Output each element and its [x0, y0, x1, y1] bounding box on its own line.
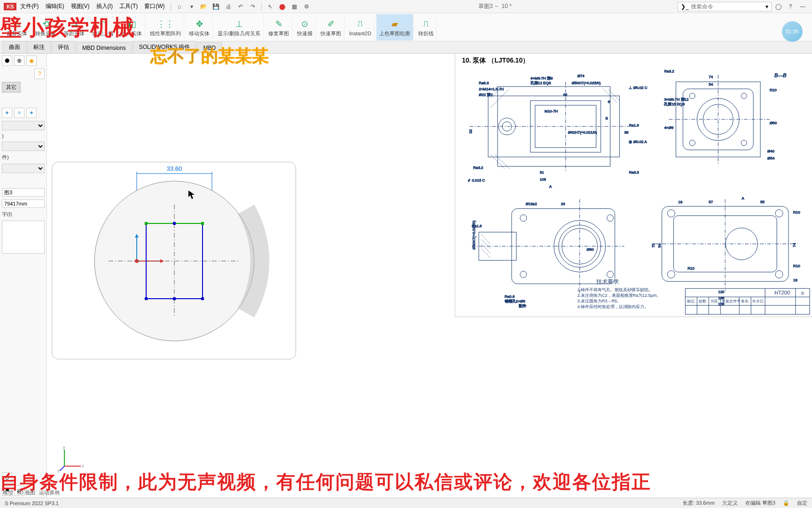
pm-dimension-value[interactable]	[2, 199, 45, 208]
pm-appearance-icon[interactable]: ◉	[26, 56, 37, 66]
dimension-text[interactable]: 33.60	[167, 165, 182, 172]
new-icon[interactable]: ▾	[186, 1, 197, 12]
svg-rect-20	[173, 297, 176, 300]
menu-file[interactable]: 文件(F)	[17, 1, 41, 11]
svg-text:A: A	[742, 196, 744, 200]
svg-text:54: 54	[657, 243, 662, 247]
svg-text:分区: 分区	[710, 299, 718, 303]
rebuild-icon[interactable]: ⬤	[277, 1, 288, 12]
svg-text:Ø60: Ø60	[770, 121, 777, 125]
pm-feature-icon[interactable]: ⬢	[2, 56, 12, 66]
tab-annotate[interactable]: 标注	[27, 41, 51, 53]
svg-text:HT200: HT200	[774, 290, 790, 295]
document-name: 草图3 ← 10 *	[478, 2, 512, 10]
pm-select-1[interactable]	[2, 121, 45, 130]
svg-text:更改文件号: 更改文件号	[722, 299, 741, 303]
pm-select-2[interactable]	[2, 142, 45, 151]
menu-view[interactable]: 视图(V)	[68, 1, 93, 11]
print-icon[interactable]: 🖨	[223, 1, 234, 12]
tab-mbd[interactable]: MBD Dimensions	[76, 42, 132, 53]
svg-text:Ø50H7(+0.025/0): Ø50H7(+0.025/0)	[572, 81, 601, 85]
status-mmgs-icon[interactable]: 🔒	[783, 500, 789, 506]
status-bar: S Premium 2022 SP3.1 长度: 33.6mm 欠定义 在编辑 …	[0, 498, 812, 508]
svg-rect-18	[201, 297, 204, 300]
gear-icon[interactable]: ⚙	[301, 1, 312, 12]
snap-icon: ⊙	[299, 18, 311, 30]
pm-text-area[interactable]	[2, 221, 45, 254]
status-editing: 在编辑 草图3	[745, 500, 775, 507]
property-manager: ⬢ ⊕ ◉ ? 其它 ✦ ✧ ✦ ) 件) 字(I) ⊙ ⚑ ⇄	[0, 54, 47, 498]
menu-bar: KS 文件(F) 编辑(E) 视图(V) 插入(I) 工具(T) 窗口(W) ⌂…	[0, 0, 812, 13]
redo-icon[interactable]: ↷	[247, 1, 258, 12]
svg-text:74: 74	[709, 75, 713, 79]
menu-window[interactable]: 窗口(W)	[141, 1, 167, 11]
search-input[interactable]	[691, 3, 764, 10]
pm-target-icon[interactable]: ⊕	[14, 56, 24, 66]
svg-text:⫽ 0.015 C: ⫽ 0.015 C	[467, 178, 485, 183]
ribbon-move[interactable]: ✥移动实体	[186, 14, 213, 40]
svg-point-111	[667, 210, 675, 217]
user-icon[interactable]: ◯	[773, 1, 784, 12]
svg-text:Ra6.3: Ra6.3	[479, 81, 489, 85]
ribbon-fold[interactable]: ⎍转折线	[415, 14, 437, 40]
pm-star1-icon[interactable]: ✦	[2, 108, 12, 118]
ribbon-showrel[interactable]: ⊥显示/删除几何关系	[215, 14, 264, 40]
menu-insert[interactable]: 插入(I)	[94, 1, 116, 11]
svg-text:B: B	[606, 116, 608, 120]
tab-evaluate[interactable]: 评估	[52, 41, 75, 53]
svg-text:年月日: 年月日	[752, 299, 764, 303]
minimize-icon[interactable]: —	[797, 1, 808, 12]
svg-text:孔深12 EQS: 孔深12 EQS	[531, 81, 551, 85]
menu-tool[interactable]: 工具(T)	[117, 1, 141, 11]
svg-line-96	[481, 234, 491, 244]
overlay-subtitle: 忘不了的某某某	[150, 45, 269, 68]
menu-edit[interactable]: 编辑(E)	[43, 1, 67, 11]
status-custom[interactable]: 自定	[797, 500, 807, 507]
options-icon[interactable]: ▦	[289, 1, 300, 12]
svg-point-75	[689, 140, 695, 146]
svg-text:Ø40: Ø40	[767, 149, 775, 153]
model-viewport[interactable]: 33.60	[52, 162, 296, 359]
svg-rect-19	[173, 222, 176, 225]
svg-text:y: y	[63, 445, 65, 450]
pm-help-icon[interactable]: ?	[34, 69, 45, 79]
pm-select-3[interactable]	[2, 164, 45, 173]
home-icon[interactable]: ⌂	[174, 1, 185, 12]
svg-text:x: x	[82, 464, 84, 468]
svg-text:Ra6.3: Ra6.3	[629, 170, 639, 175]
ribbon-quicksk[interactable]: ✐快速草图	[318, 14, 344, 40]
search-dropdown-icon[interactable]: ▾	[765, 3, 768, 10]
pm-star2-icon[interactable]: ✧	[14, 108, 24, 118]
ribbon-quick[interactable]: ⊙快速捕	[294, 14, 316, 40]
ribbon-instant2d[interactable]: ⎍Instant2D	[346, 14, 375, 40]
command-search[interactable]: ❯_ ▾	[678, 2, 772, 11]
pm-star3-icon[interactable]: ✦	[26, 108, 37, 118]
instant2d-icon: ⎍	[355, 18, 366, 30]
help-icon[interactable]: ?	[785, 1, 796, 12]
svg-text:销槽孔2×Ø6: 销槽孔2×Ø6	[504, 299, 525, 303]
pm-other-tab[interactable]: 其它	[2, 82, 21, 93]
overlay-watermark-top: 壁小孩学机械	[0, 13, 135, 42]
tab-surface[interactable]: 曲面	[3, 41, 26, 53]
ribbon-repair[interactable]: ✎修复草图	[265, 14, 292, 40]
svg-text:配件: 配件	[519, 304, 526, 308]
quicksketch-icon: ✐	[325, 18, 336, 30]
ribbon-shade[interactable]: ▰上色草图轮廓	[376, 14, 414, 40]
svg-text:91: 91	[540, 170, 544, 175]
undo-icon[interactable]: ↶	[235, 1, 246, 12]
relation-icon: ⊥	[234, 18, 245, 30]
ribbon-pattern[interactable]: ⋮⋮线性草图阵列	[147, 14, 184, 40]
graphics-area[interactable]: 33.60	[47, 54, 812, 498]
svg-text:3×M6-7H 深12: 3×M6-7H 深12	[664, 97, 689, 102]
status-length: 长度: 33.6mm	[683, 500, 715, 507]
pm-sketch-name[interactable]	[2, 188, 45, 197]
status-defined: 欠定义	[722, 500, 738, 507]
pm-paren: )	[2, 133, 45, 139]
select-icon[interactable]: ↖	[265, 1, 276, 12]
save-icon[interactable]: 💾	[211, 1, 222, 12]
status-version: S Premium 2022 SP3.1	[5, 500, 59, 506]
svg-line-36	[491, 89, 509, 108]
open-icon[interactable]: 📂	[198, 1, 210, 12]
svg-text:75: 75	[651, 243, 656, 247]
svg-text:◎ Ø0.02 A: ◎ Ø0.02 A	[629, 140, 647, 144]
